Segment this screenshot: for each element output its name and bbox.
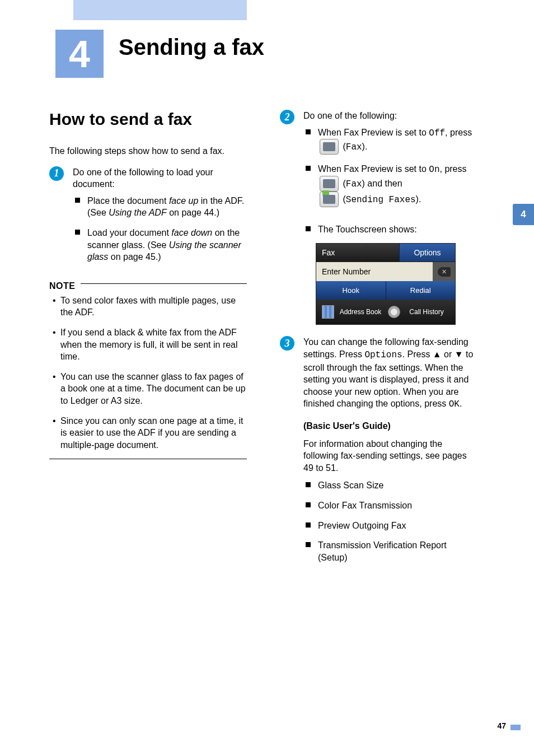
step1-bullet-adf: Place the document face up in the ADF. (… (87, 195, 247, 219)
note-item-3: You can use the scanner glass to fax pag… (60, 371, 247, 407)
step-badge-1: 1 (49, 166, 64, 181)
ts-options-button[interactable]: Options (399, 244, 455, 262)
page-number: 47 (497, 721, 506, 730)
note-item-4: Since you can only scan one page at a ti… (60, 415, 247, 451)
section-heading: How to send a fax (49, 110, 247, 128)
note-heading-row: NOTE (49, 271, 247, 295)
step2-bullet-off: When Fax Preview is set to Off, press (F… (318, 127, 477, 156)
setting-color-fax: Color Fax Transmission (318, 500, 477, 512)
ts-redial-button[interactable]: Redial (386, 281, 456, 300)
setting-tvr: Transmission Verification Report (Setup) (318, 539, 477, 563)
ts-title: Fax (316, 244, 399, 262)
step2-bullet-ts: The Touchscreen shows: (318, 223, 477, 236)
note-rule-top (81, 283, 247, 284)
ts-hook-button[interactable]: Hook (316, 281, 386, 300)
step1-lead: Do one of the following to load your doc… (73, 166, 247, 190)
chapter-title: Sending a fax (119, 35, 264, 60)
step-1: 1 Do one of the following to load your d… (49, 166, 247, 263)
fax-icon (320, 139, 339, 155)
chapter-number-box: 4 (55, 30, 104, 78)
fax-icon-2 (320, 176, 339, 192)
side-tab: 4 (513, 204, 534, 225)
note-item-2: If you send a black & white fax from the… (60, 326, 247, 363)
step2-bullet-on: When Fax Preview is set to On, press (Fa… (318, 163, 477, 208)
setting-preview-outgoing: Preview Outgoing Fax (318, 520, 477, 532)
step-3: 3 You can change the following fax-sendi… (280, 336, 477, 563)
top-accent-band (73, 0, 247, 20)
ts-address-book-button[interactable]: Address Book (320, 303, 386, 321)
step-2: 2 Do one of the following: When Fax Prev… (280, 110, 477, 325)
guide-body: For information about changing the follo… (303, 438, 477, 474)
step2-lead: Do one of the following: (303, 110, 477, 122)
step-badge-3: 3 (280, 336, 294, 351)
ts-call-history-button[interactable]: Call History (386, 303, 452, 321)
call-history-icon (388, 306, 400, 318)
ts-enter-number-field[interactable]: Enter Number (316, 262, 433, 281)
step1-bullet-glass: Load your document face down on the scan… (87, 227, 247, 263)
note-rule-bottom (49, 459, 247, 459)
step-badge-2: 2 (280, 110, 294, 124)
note-heading: NOTE (49, 281, 75, 291)
note-list: To send color faxes with multiple pages,… (49, 295, 247, 451)
note-item-1: To send color faxes with multiple pages,… (60, 295, 247, 319)
intro-text: The following steps show how to send a f… (49, 145, 247, 157)
address-book-icon (322, 305, 334, 319)
ts-clear-button[interactable]: ✕ (433, 262, 455, 281)
touchscreen-mock: Fax Options Enter Number ✕ Hook Redial A… (316, 243, 456, 325)
page-number-accent (510, 725, 521, 730)
basic-users-guide-label: (Basic User's Guide) (303, 420, 477, 432)
step3-body: You can change the following fax-sending… (303, 336, 477, 411)
sending-faxes-icon (320, 192, 339, 207)
setting-glass-scan-size: Glass Scan Size (318, 479, 477, 492)
